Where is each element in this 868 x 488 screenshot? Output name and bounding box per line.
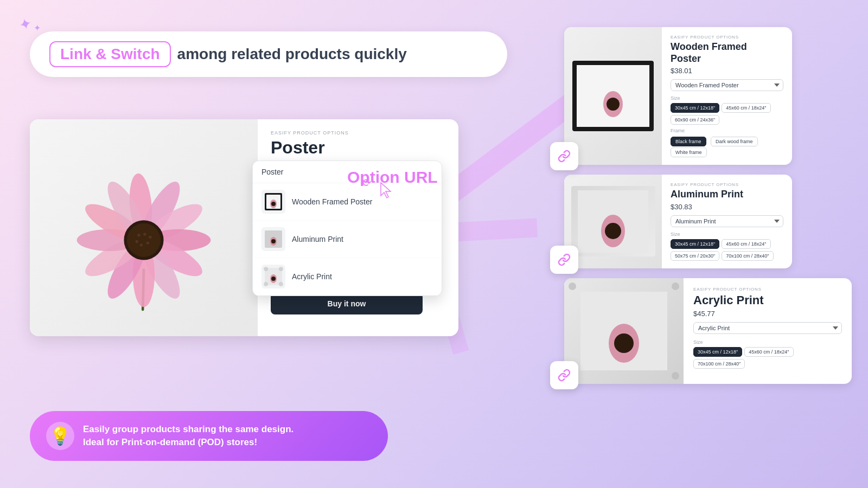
aluminum-card-inner: EASIFY PRODUCT OPTIONS Aluminum Print $3… [564,175,792,268]
svg-point-19 [143,233,146,235]
svg-point-27 [271,202,276,206]
aluminum-title: Aluminum Print [671,189,783,201]
acrylic-product-select[interactable]: Acrylic Print [693,322,842,334]
wooden-poster-card: EASIFY PRODUCT OPTIONS Wooden FramedPost… [564,27,792,165]
aluminum-size-md[interactable]: 45x60 cm / 18x24" [722,239,770,249]
bottom-banner: 💡 Easily group products sharing the same… [30,411,388,461]
acrylic-price: $45.77 [693,310,842,318]
acrylic-size-sm[interactable]: 30x45 cm / 12x18" [693,347,742,357]
aluminum-easify-label: EASIFY PRODUCT OPTIONS [671,182,783,187]
wooden-easify-label: EASIFY PRODUCT OPTIONS [671,35,783,40]
dropdown-thumb-wooden [261,190,285,214]
dropdown-label-aluminum: Aluminum Print [292,235,343,243]
wooden-card-image [564,27,662,165]
svg-point-32 [264,267,268,271]
bulb-icon: 💡 [46,422,74,450]
dropdown-thumb-acrylic [261,265,285,288]
link-icon [558,150,571,163]
svg-point-20 [149,236,151,239]
right-cards-container: EASIFY PRODUCT OPTIONS Wooden FramedPost… [564,27,852,384]
svg-point-33 [279,267,283,271]
dropdown-item-acrylic[interactable]: Acrylic Print [253,258,442,296]
acrylic-card-body: EASIFY PRODUCT OPTIONS Acrylic Print $45… [684,278,852,384]
product-title: Poster [271,138,445,158]
wooden-title: Wooden FramedPoster [671,41,783,65]
link-icon-2 [558,253,571,266]
acrylic-size-lg[interactable]: 70x100 cm / 28x40" [693,359,745,369]
wooden-size-md[interactable]: 45x60 cm / 18x24" [722,103,770,113]
svg-point-21 [146,242,149,245]
svg-point-17 [127,223,161,257]
dropdown-header: Poster [253,161,442,183]
sparkle-decoration: ✦ [17,14,34,35]
aluminum-product-select[interactable]: Aluminum Print [671,215,783,227]
aluminum-size-sm[interactable]: 30x45 cm / 12x18" [671,239,719,249]
aluminum-print-card: EASIFY PRODUCT OPTIONS Aluminum Print $3… [564,175,792,268]
aluminum-card-body: EASIFY PRODUCT OPTIONS Aluminum Print $3… [662,175,792,268]
easify-product-label: EASIFY PRODUCT OPTIONS [271,130,445,136]
acrylic-corner-br [672,372,679,380]
acrylic-title: Acrylic Print [693,293,842,307]
svg-point-34 [264,282,268,286]
aluminum-card-image [564,175,662,268]
svg-point-35 [279,282,283,286]
dropdown-label-wooden: Wooden Framed Poster [292,197,372,206]
wooden-frames: Black frame Dark wood frame White frame [671,136,783,157]
wooden-white-frame[interactable]: White frame [671,147,707,157]
acrylic-print-card: EASIFY PRODUCT OPTIONS Acrylic Print $45… [564,278,852,384]
acrylic-card-image [564,278,684,384]
svg-point-22 [140,243,143,246]
aluminum-size-ml[interactable]: 50x75 cm / 20x30" [671,251,719,261]
dropdown-item-wooden[interactable]: Wooden Framed Poster [253,183,442,221]
wooden-card-body: EASIFY PRODUCT OPTIONS Wooden FramedPost… [662,27,792,165]
sparkle-decoration-2: ✦ [34,23,41,33]
svg-point-18 [137,234,140,236]
dropdown-thumb-aluminum [261,227,285,251]
aluminum-link-button[interactable] [550,246,578,274]
wooden-black-frame[interactable]: Black frame [671,137,706,146]
wooden-frame-label: Frame [671,128,783,133]
svg-point-43 [605,223,621,239]
acrylic-easify-label: EASIFY PRODUCT OPTIONS [693,287,842,292]
wooden-sizes: 30x45 cm / 12x18" 45x60 cm / 18x24" 60x9… [671,103,783,125]
acrylic-card-inner: EASIFY PRODUCT OPTIONS Acrylic Print $45… [564,278,852,384]
aluminum-size-label: Size [671,232,783,237]
wooden-link-button[interactable] [550,142,578,170]
buy-now-button[interactable]: Buy it now [271,293,423,314]
svg-point-46 [614,333,634,353]
svg-point-40 [607,98,620,111]
acrylic-sizes: 30x45 cm / 12x18" 45x60 cm / 18x24" 70x1… [693,347,842,369]
wooden-card-inner: EASIFY PRODUCT OPTIONS Wooden FramedPost… [564,27,792,165]
acrylic-corner-tr [672,282,679,290]
link-icon-3 [558,369,571,382]
wooden-price: $38.01 [671,67,783,75]
svg-point-37 [271,277,276,281]
acrylic-size-label: Size [693,339,842,345]
acrylic-corner-tl [569,282,576,290]
main-product-card: EASIFY PRODUCT OPTIONS Poster Poster Woo… [30,119,458,336]
wooden-size-lg[interactable]: 60x90 cm / 24x36" [671,115,719,125]
svg-point-23 [135,240,138,243]
acrylic-link-button[interactable] [550,361,578,389]
aluminum-size-lg[interactable]: 70x100 cm / 28x40" [722,251,773,261]
dropdown-item-aluminum[interactable]: Aluminum Print [253,221,442,258]
main-card-right: EASIFY PRODUCT OPTIONS Poster Poster Woo… [258,119,458,336]
header-subtitle: among related products quickly [177,46,407,63]
header-banner: Link & Switch among related products qui… [30,31,507,77]
wooden-darkwood-frame[interactable]: Dark wood frame [711,137,758,146]
svg-point-30 [271,239,276,243]
aluminum-price: $30.83 [671,203,783,211]
loading-spinner: ⟳ [362,176,372,189]
link-switch-badge: Link & Switch [49,41,171,67]
wooden-size-sm[interactable]: 30x45 cm / 12x18" [671,103,719,113]
wooden-product-select[interactable]: Wooden Framed Poster [671,79,783,91]
acrylic-size-md[interactable]: 45x60 cm / 18x24" [744,347,793,357]
main-product-image [30,119,258,336]
dropdown-label-acrylic: Acrylic Print [292,272,332,281]
aluminum-sizes: 30x45 cm / 12x18" 45x60 cm / 18x24" 50x7… [671,239,783,261]
wooden-size-label: Size [671,95,783,101]
product-dropdown[interactable]: Poster Wooden Framed Poster [252,160,442,296]
bottom-text: Easily group products sharing the same d… [83,423,293,449]
